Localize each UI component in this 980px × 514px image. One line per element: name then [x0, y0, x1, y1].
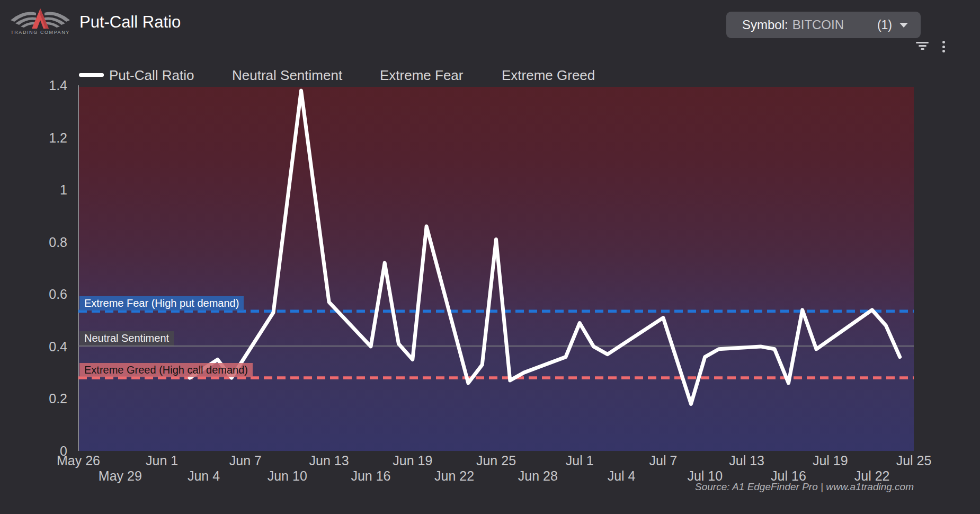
neutral-sentiment-line-label: Neutral Sentiment: [79, 331, 174, 345]
legend-item-neutral-sentiment[interactable]: Neutral Sentiment: [232, 67, 342, 84]
x-tick-label: Jun 7: [211, 453, 280, 468]
symbol-selector-button[interactable]: Symbol:BITCOIN (1): [726, 12, 921, 38]
chevron-down-icon: [899, 23, 908, 28]
x-tick-label: Jul 25: [879, 453, 948, 468]
kebab-menu-icon[interactable]: [939, 41, 948, 52]
logo-company-text: TRADING COMPANY: [6, 30, 74, 35]
legend-swatch-put-call-ratio: [79, 73, 104, 77]
y-tick-label: 1.4: [15, 78, 67, 93]
x-tick-label: Jun 1: [128, 453, 197, 468]
x-tick-label: Jun 16: [336, 468, 405, 484]
x-tick-label: Jul 13: [712, 453, 781, 468]
x-tick-label: Jun 28: [503, 468, 572, 484]
x-tick-label: Jun 4: [170, 468, 238, 484]
y-tick-label: 1: [15, 182, 67, 198]
x-tick-label: Jun 19: [378, 453, 447, 468]
x-tick-label: May 29: [86, 468, 155, 484]
legend-item-extreme-fear[interactable]: Extreme Fear: [380, 67, 464, 84]
x-tick-label: Jun 10: [253, 468, 322, 484]
company-logo: TRADING COMPANY: [6, 6, 74, 39]
x-tick-label: Jul 1: [545, 453, 614, 468]
y-tick-label: 1.2: [15, 130, 67, 146]
x-tick-label: May 26: [44, 453, 113, 468]
y-tick-label: 0.4: [15, 339, 67, 355]
logo-wings-icon: [6, 6, 74, 31]
x-tick-label: Jul 4: [587, 468, 656, 484]
legend-item-extreme-greed[interactable]: Extreme Greed: [502, 67, 595, 84]
put-call-ratio-dashboard: TRADING COMPANY Put-Call Ratio Symbol:BI…: [0, 0, 980, 514]
extreme-greed-line-label: Extreme Greed (High call demand): [79, 363, 253, 377]
symbol-value: BITCOIN: [792, 17, 844, 32]
plot-background: [79, 87, 914, 451]
x-tick-label: Jul 19: [796, 453, 865, 468]
legend-item-put-call-ratio[interactable]: Put-Call Ratio: [109, 67, 194, 84]
x-tick-label: Jun 22: [420, 468, 489, 484]
y-tick-label: 0.6: [15, 287, 67, 302]
extreme-fear-line-label: Extreme Fear (High put demand): [79, 296, 244, 311]
x-tick-label: Jun 25: [462, 453, 531, 468]
page-title: Put-Call Ratio: [79, 13, 181, 32]
y-tick-label: 0.2: [15, 391, 67, 406]
filter-icon[interactable]: [915, 42, 929, 50]
source-attribution: Source: A1 EdgeFinder Pro | www.a1tradin…: [695, 481, 914, 493]
x-tick-label: Jul 7: [629, 453, 698, 468]
y-tick-label: 0.8: [15, 235, 67, 250]
symbol-count: (1): [877, 18, 892, 32]
symbol-label: Symbol:: [742, 17, 788, 32]
x-tick-label: Jun 13: [295, 453, 363, 468]
